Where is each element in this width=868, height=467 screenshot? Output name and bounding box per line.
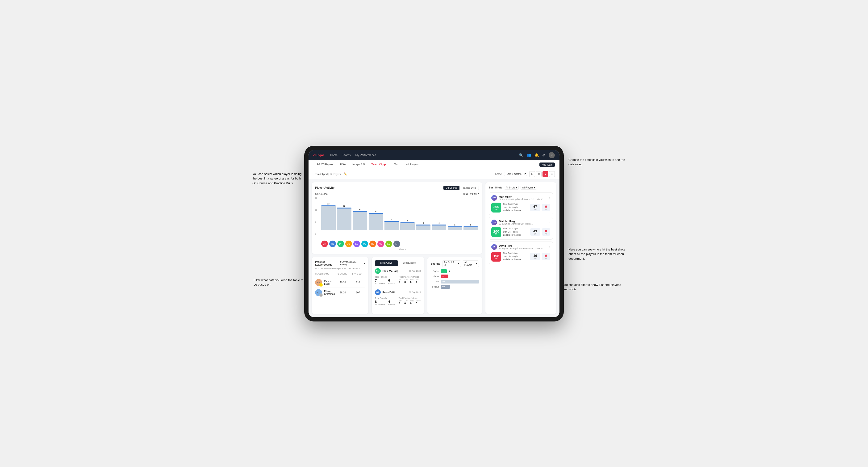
score-bar-wrap: 96 <box>441 275 479 278</box>
scoring-player-filter[interactable]: All Players ▾ <box>463 260 479 267</box>
on-course-tab[interactable]: On Course <box>443 186 460 190</box>
x-axis-label: Players <box>326 248 479 250</box>
dist-num-2: 0 <box>544 254 549 257</box>
shot-details: 200 SG Shot Dist: 43 yds Start Lie: Roug… <box>491 227 550 237</box>
practice-leaderboards-panel: Practice Leaderboards PUTT Must Make Put… <box>312 257 368 314</box>
shot-dist-text: Shot Dist: 16 yds <box>503 252 528 255</box>
leaderboard-rows: RB 1 Richard Butler 19/20 110 EC 2 Edwar… <box>315 278 365 298</box>
annotation-midright: Here you can see who's hit the best shot… <box>568 247 627 261</box>
lb-player-name: Richard Butler <box>324 280 335 285</box>
activity-panel-title: Player Activity <box>315 186 335 189</box>
least-active-tab[interactable]: Least Active <box>398 260 421 266</box>
lb-player: EC 2 Edward Crossman <box>315 289 335 296</box>
most-active-tab[interactable]: Most Active <box>375 260 398 266</box>
bar[interactable] <box>337 208 351 230</box>
bar[interactable] <box>353 211 367 230</box>
bar[interactable] <box>400 222 415 230</box>
all-players-filter[interactable]: All Players ▾ <box>521 186 537 190</box>
tab-pgat-players[interactable]: PGAT Players <box>313 160 337 169</box>
shot-end-lie: End Lie: In The Hole <box>503 258 528 261</box>
shot-start-lie: Start Lie: Rough <box>503 230 528 234</box>
show-select[interactable]: Last 3 months Last month Last 6 months <box>504 172 527 176</box>
practice-filter-dropdown[interactable]: PUTT Must Make Putting ... ▾ <box>340 261 365 266</box>
shot-badge: 198 SG <box>491 252 501 261</box>
tab-pga[interactable]: PGA <box>337 160 349 169</box>
practice-subtitle: PUTT Must Make Putting (3-6 ft). Last 3 … <box>315 268 365 270</box>
player-avatar[interactable]: RB <box>369 241 376 247</box>
shot-badge: 200 SG <box>491 203 501 213</box>
shot-badge-sub: SG <box>495 209 497 210</box>
bar[interactable] <box>321 206 336 230</box>
tab-all-players[interactable]: All Players <box>403 160 422 169</box>
score-label: Bogeys <box>431 286 439 288</box>
list-view-btn[interactable]: ≡ <box>549 171 555 177</box>
team-header: Team Clippd | 14 Players ✏️ Show: Last 3… <box>309 169 559 179</box>
bar[interactable] <box>432 224 446 230</box>
player-avatar[interactable]: OB <box>361 241 368 247</box>
annotation-topright: Choose the timescale you wish to see the… <box>568 158 625 167</box>
card-view-btn[interactable]: ▦ <box>536 171 541 177</box>
shot-badge-sub: SG <box>495 257 497 259</box>
leaderboard-row[interactable]: RB 1 Richard Butler 19/20 110 <box>315 278 365 288</box>
bar[interactable] <box>384 221 399 230</box>
practice-activities-label: Total Practice Activities <box>399 297 421 299</box>
plus-circle-icon[interactable]: ⊕ <box>542 153 545 157</box>
add-team-button[interactable]: Add Team <box>539 162 555 167</box>
shot-player-avatar: DF <box>491 244 497 250</box>
scoring-par-filter[interactable]: Par 3, 4 & 5s ▾ <box>442 260 461 267</box>
tab-hcaps[interactable]: Hcaps 1-5 <box>349 160 368 169</box>
nav-teams[interactable]: Teams <box>342 153 350 157</box>
user-avatar[interactable]: U <box>549 152 555 158</box>
nav-home[interactable]: Home <box>330 153 338 157</box>
practice-activities-section: Total Practice Activities GTT 0 APP 0 AR… <box>399 276 421 284</box>
shot-card[interactable]: BM Blair McHarg 23 Jul 2023 · Ashridge G… <box>489 217 553 240</box>
tab-tour[interactable]: Tour <box>391 160 403 169</box>
score-bar-val: 3 <box>448 270 450 272</box>
dist-label-1: yds <box>532 209 538 210</box>
practice-drills-tab[interactable]: Practice Drills <box>460 186 478 190</box>
bar-group: 4 <box>400 220 415 230</box>
bell-icon[interactable]: 🔔 <box>534 153 539 157</box>
heart-view-btn[interactable]: ♥ <box>542 171 548 177</box>
leaderboard-row[interactable]: EC 2 Edward Crossman 18/20 107 <box>315 288 365 298</box>
player-avatar[interactable]: RB <box>329 241 336 247</box>
player-avatar[interactable]: DF <box>337 241 344 247</box>
people-icon[interactable]: 👥 <box>527 153 531 157</box>
score-bar-val: 115 <box>442 286 445 288</box>
scoring-title: Scoring <box>431 262 440 265</box>
shot-card[interactable]: MM Matt Miller 09 Jun 2023 · Royal North… <box>489 192 553 215</box>
shot-card[interactable]: DF David Ford 24 Aug 2023 · Royal North … <box>489 242 553 264</box>
bar[interactable] <box>416 224 431 230</box>
score-bar-wrap: 115 <box>441 285 479 289</box>
player-avatar[interactable]: LR <box>394 241 400 247</box>
score-bar-wrap: 499 <box>441 280 479 283</box>
shot-cards-container: MM Matt Miller 09 Jun 2023 · Royal North… <box>489 192 553 264</box>
edit-icon[interactable]: ✏️ <box>344 173 347 176</box>
bar[interactable] <box>448 226 462 230</box>
scoring-panel: Scoring Par 3, 4 & 5s ▾ All Players ▾ Ea… <box>427 257 482 314</box>
player-avatar[interactable]: EE <box>353 241 360 247</box>
player-avatar[interactable]: EC <box>385 241 392 247</box>
score-label: Eagles <box>431 270 439 272</box>
putt-stat: PUTT 1 <box>416 279 421 283</box>
dist-badge-1: 16 yds <box>530 253 540 260</box>
total-rounds-dropdown[interactable]: Total Rounds ▾ <box>463 192 479 195</box>
bar[interactable] <box>369 213 383 230</box>
score-bar-wrap: 3 <box>441 269 479 273</box>
search-icon[interactable]: 🔍 <box>519 153 523 157</box>
total-rounds-label: Total Rounds <box>375 297 397 299</box>
tab-team-clippd[interactable]: Team Clippd <box>368 160 391 169</box>
all-shots-filter[interactable]: All Shots ▾ <box>504 186 519 190</box>
grid-view-btn[interactable]: ⊞ <box>529 171 535 177</box>
dist-label-2: yds <box>544 209 549 210</box>
nav-my-performance[interactable]: My Performance <box>355 153 376 157</box>
gtt-stat: GTT 0 <box>399 300 403 305</box>
player-avatar[interactable]: JC <box>345 241 352 247</box>
shot-player-info: David Ford 24 Aug 2023 · Royal North Dev… <box>499 244 547 250</box>
shot-player-name: Matt Miller <box>499 195 547 198</box>
bar[interactable] <box>464 226 478 230</box>
score-label: Birdies <box>431 275 439 278</box>
player-avatar[interactable]: MM <box>377 241 384 247</box>
player-avatar[interactable]: BM <box>321 241 328 247</box>
bottom-panels-wrapper: Practice Leaderboards PUTT Must Make Put… <box>312 257 482 314</box>
